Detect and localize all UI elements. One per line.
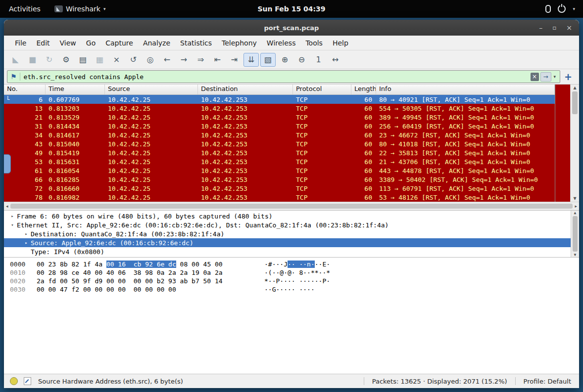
intelligent-scrollbar-minimap[interactable] <box>555 85 570 202</box>
scroll-left-icon[interactable]: ◂ <box>6 204 8 209</box>
system-menu-caret-icon[interactable]: ▾ <box>573 6 575 11</box>
expander-icon[interactable]: ▸ <box>22 231 31 236</box>
filter-clear-icon[interactable]: × <box>531 73 539 81</box>
ascii-bytes[interactable]: ·#···J·· ··n···E· <box>264 261 330 268</box>
menu-item[interactable]: Capture <box>100 38 138 48</box>
go-to-packet-icon[interactable]: ⇒ <box>193 53 208 67</box>
ascii-bytes[interactable]: ·(··@·@· 8··**··* <box>264 269 330 276</box>
scroll-right-icon[interactable]: ▸ <box>575 204 577 209</box>
column-header-no[interactable]: No. <box>4 85 46 94</box>
activities-button[interactable]: Activities <box>0 0 49 18</box>
hex-row[interactable]: 001000 28 98 ce 40 00 40 06 38 98 0a 2a … <box>10 269 579 277</box>
hex-bytes[interactable]: 2a fd 00 50 9f d9 00 00 00 00 b2 93 ab b… <box>37 277 264 285</box>
packet-list-vscrollbar[interactable]: ▲ ▼ <box>570 85 579 202</box>
ascii-bytes[interactable]: *··P···· ······P· <box>264 277 330 285</box>
menu-item[interactable]: Edit <box>31 38 54 48</box>
microphone-icon[interactable] <box>545 5 551 13</box>
go-back-icon[interactable]: ← <box>159 53 175 67</box>
pane-drag-handle[interactable] <box>4 154 11 174</box>
title-bar[interactable]: port_scan.pcap – ▫ × <box>4 20 579 36</box>
maximize-button[interactable]: ▫ <box>552 25 556 31</box>
start-capture-icon[interactable]: ◣ <box>8 53 23 67</box>
colorize-icon[interactable]: ▧ <box>260 53 276 67</box>
scroll-down-icon[interactable]: ▼ <box>573 195 576 202</box>
menu-item[interactable]: Analyze <box>138 38 175 48</box>
menu-item[interactable]: View <box>55 38 81 48</box>
find-packet-icon[interactable]: ◎ <box>143 53 158 67</box>
hex-row[interactable]: 000000 23 8b 82 1f 4a 00 16 cb 92 6e dc … <box>10 261 579 269</box>
display-filter-input[interactable] <box>20 73 531 81</box>
filter-add-button[interactable]: + <box>560 71 576 82</box>
packet-row[interactable]: 53 0.815631 10.42.42.25 10.42.42.253 TCP… <box>4 157 555 166</box>
detail-row[interactable]: ▸Frame 6: 60 bytes on wire (480 bits), 6… <box>4 212 579 220</box>
hex-bytes[interactable]: 00 00 47 f2 00 00 00 00 00 00 00 00 <box>37 286 264 293</box>
menu-item[interactable]: Go <box>81 38 100 48</box>
hscrollbar-thumb[interactable] <box>10 204 573 209</box>
packet-row[interactable]: 43 0.815040 10.42.42.25 10.42.42.253 TCP… <box>4 139 555 148</box>
column-header-source[interactable]: Source <box>105 85 198 94</box>
bookmark-icon[interactable]: ⚑ <box>9 73 20 81</box>
packet-row[interactable]: 49 0.815419 10.42.42.25 10.42.42.253 TCP… <box>4 148 555 157</box>
menu-item[interactable]: Telephony <box>217 38 262 48</box>
expander-icon[interactable]: ▸ <box>22 240 31 245</box>
ascii-bytes[interactable]: ··G····· ···· <box>264 286 315 293</box>
column-header-destination[interactable]: Destination <box>198 85 293 94</box>
menu-item[interactable]: File <box>10 38 31 48</box>
save-file-icon[interactable]: ▦ <box>92 53 107 67</box>
zoom-100-icon[interactable]: 1 <box>311 53 326 67</box>
zoom-out-icon[interactable]: ⊖ <box>294 53 309 67</box>
column-header-length[interactable]: Length <box>351 85 376 94</box>
packet-row[interactable]: 21 0.813529 10.42.42.25 10.42.42.253 TCP… <box>4 113 555 122</box>
resize-columns-icon[interactable]: ↔ <box>328 53 343 67</box>
expert-info-icon[interactable] <box>10 377 18 385</box>
filter-apply-icon[interactable]: → <box>540 72 551 82</box>
status-profile[interactable]: Profile: Default <box>524 378 579 385</box>
close-button[interactable]: × <box>566 24 572 31</box>
details-scrollbar[interactable]: ▲ ▼ <box>571 211 579 257</box>
go-forward-icon[interactable]: → <box>176 53 192 67</box>
packet-row[interactable]: 72 0.816660 10.42.42.25 10.42.42.253 TCP… <box>4 184 555 193</box>
app-menu[interactable]: Wireshark ▾ <box>49 0 111 18</box>
hex-row[interactable]: 003000 00 47 f2 00 00 00 00 00 00 00 00·… <box>10 286 579 294</box>
menu-item[interactable]: Wireless <box>262 38 301 48</box>
scroll-up-icon[interactable]: ▲ <box>573 85 576 91</box>
detail-row[interactable]: ▾Ethernet II, Src: Apple_92:6e:dc (00:16… <box>4 220 579 229</box>
packet-row[interactable]: └6 0.607769 10.42.42.25 10.42.42.253 TCP… <box>4 95 555 104</box>
hex-row[interactable]: 00202a fd 00 50 9f d9 00 00 00 00 b2 93 … <box>10 277 579 286</box>
packet-row[interactable]: 78 0.816982 10.42.42.25 10.42.42.253 TCP… <box>4 193 555 202</box>
go-last-icon[interactable]: ⇥ <box>227 53 242 67</box>
restart-capture-icon[interactable]: ↻ <box>42 53 57 67</box>
minimize-button[interactable]: – <box>539 24 542 31</box>
packet-row[interactable]: 66 0.816285 10.42.42.25 10.42.42.253 TCP… <box>4 175 555 184</box>
auto-scroll-icon[interactable]: ⇊ <box>243 53 259 67</box>
column-header-info[interactable]: Info <box>376 85 555 94</box>
close-file-icon[interactable]: × <box>109 53 124 67</box>
menu-item[interactable]: Help <box>328 38 353 48</box>
packet-list-hscrollbar[interactable]: ◂ ▸ <box>4 202 579 210</box>
packet-row[interactable]: 31 0.814434 10.42.42.25 10.42.42.253 TCP… <box>4 122 555 131</box>
scrollbar-thumb[interactable] <box>573 216 578 252</box>
reload-file-icon[interactable]: ↺ <box>126 53 141 67</box>
stop-capture-icon[interactable]: ■ <box>25 53 40 67</box>
menu-item[interactable]: Tools <box>300 38 328 48</box>
display-filter-field[interactable]: ⚑ × → ▾ <box>7 70 560 83</box>
menu-item[interactable]: Statistics <box>175 38 217 48</box>
go-first-icon[interactable]: ⇤ <box>210 53 225 67</box>
capture-comment-icon[interactable] <box>24 377 31 385</box>
clock[interactable]: Sun Feb 15 04:39 <box>257 5 325 13</box>
scrollbar-thumb[interactable] <box>572 91 578 114</box>
detail-row[interactable]: Type: IPv4 (0x0800) <box>4 247 579 256</box>
hex-bytes[interactable]: 00 23 8b 82 1f 4a 00 16 cb 92 6e dc 08 0… <box>37 261 264 268</box>
column-header-protocol[interactable]: Protocol <box>293 85 351 94</box>
scroll-down-icon[interactable]: ▼ <box>574 253 577 257</box>
packet-row[interactable]: 34 0.814617 10.42.42.25 10.42.42.253 TCP… <box>4 131 555 139</box>
expander-icon[interactable]: ▸ <box>8 214 17 218</box>
open-file-icon[interactable]: ▤ <box>75 53 91 67</box>
packet-row[interactable]: 13 0.813203 10.42.42.25 10.42.42.253 TCP… <box>4 104 555 113</box>
expander-icon[interactable]: ▾ <box>8 222 17 227</box>
filter-dropdown-icon[interactable]: ▾ <box>554 74 556 79</box>
detail-row[interactable]: ▸Destination: QuantaCo_82:1f:4a (00:23:8… <box>4 229 579 238</box>
scroll-up-icon[interactable]: ▲ <box>574 211 577 215</box>
detail-row[interactable]: ▸Source: Apple_92:6e:dc (00:16:cb:92:6e:… <box>4 238 579 247</box>
packet-row[interactable]: 61 0.816054 10.42.42.25 10.42.42.253 TCP… <box>4 166 555 175</box>
